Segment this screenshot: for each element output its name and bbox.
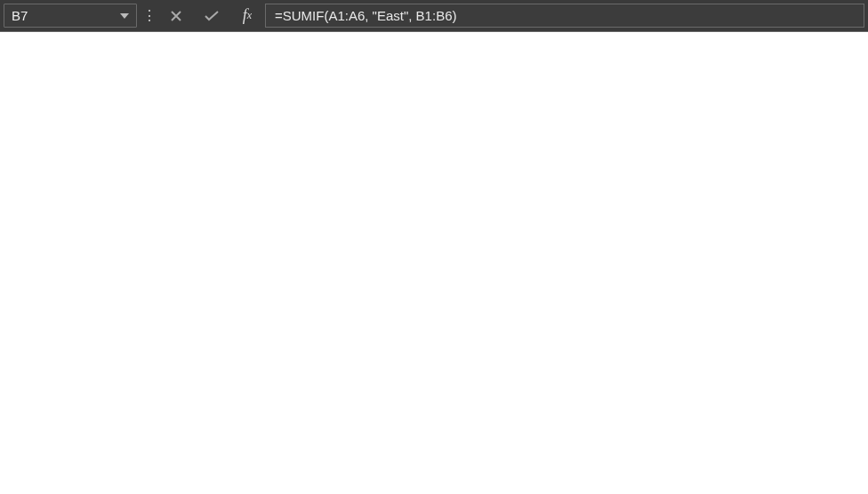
cell-reference: B7 [12, 8, 115, 23]
separator-icon: ⋮ [141, 0, 158, 31]
function-wizard-icon[interactable]: fx [229, 0, 265, 31]
formula-text: =SUMIF(A1:A6, "East", B1:B6) [275, 8, 456, 23]
name-box[interactable]: B7 [4, 4, 137, 28]
formula-bar: B7 ⋮ fx =SUMIF(A1:A6, "East", B1:B6) [0, 0, 868, 32]
accept-icon[interactable] [194, 0, 229, 31]
cancel-icon[interactable] [158, 0, 194, 31]
name-box-dropdown-icon[interactable] [120, 13, 129, 19]
formula-input[interactable]: =SUMIF(A1:A6, "East", B1:B6) [265, 4, 864, 28]
